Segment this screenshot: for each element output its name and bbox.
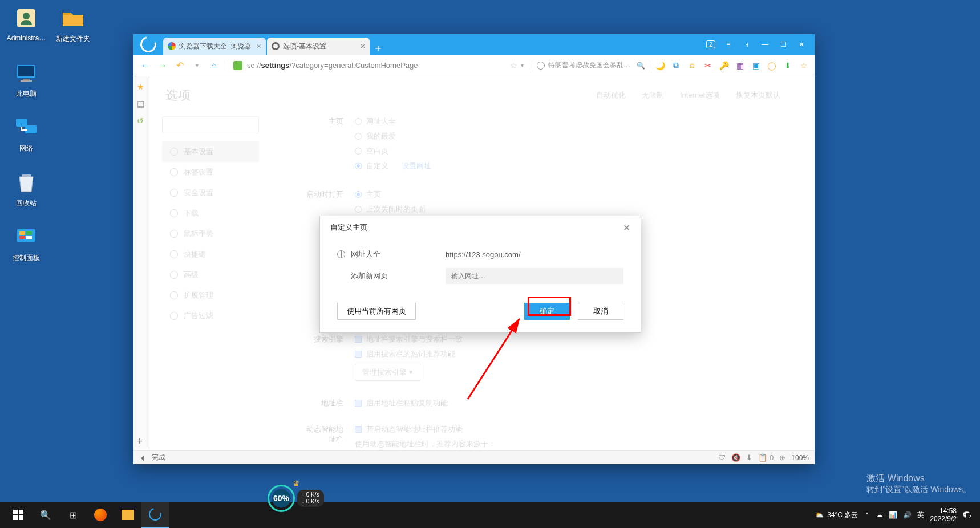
add-panel-icon[interactable]: + xyxy=(137,436,146,445)
dialog-close-icon[interactable]: ✕ xyxy=(623,222,630,233)
addr-dropdown[interactable]: ▾ xyxy=(521,62,524,68)
sidebar-item-ext[interactable]: 扩展管理 xyxy=(162,285,259,306)
speed-widget[interactable]: ♛ 60% ↑ 0 K/s ↓ 0 K/s xyxy=(268,485,330,512)
radio-opt[interactable]: 网址大全 xyxy=(355,116,797,127)
screen-icon[interactable]: ▣ xyxy=(751,60,761,71)
svg-rect-15 xyxy=(13,510,18,514)
tab-close-icon[interactable]: × xyxy=(361,42,365,51)
tab-count-badge[interactable]: 2 xyxy=(706,40,715,48)
radio-opt[interactable]: 自定义 设置网址 xyxy=(355,161,797,171)
svg-rect-5 xyxy=(21,80,32,82)
home-button[interactable]: ⌂ xyxy=(208,59,220,72)
sidebar-item-security[interactable]: 安全设置 xyxy=(162,182,259,203)
clock[interactable]: 14:58 2022/9/2 xyxy=(930,507,957,523)
collapse-sidebar-icon[interactable]: ⏴ xyxy=(139,454,146,462)
cancel-button[interactable]: 取消 xyxy=(578,303,623,320)
page-tab[interactable]: 恢复本页默认 xyxy=(736,90,780,100)
sidebar-item-adblock[interactable]: 广告过滤 xyxy=(162,306,259,326)
reading-list-icon[interactable]: ▤ xyxy=(137,99,146,108)
sidebar-item-tabs[interactable]: 标签设置 xyxy=(162,162,259,182)
bookmark-star-icon[interactable]: ☆ xyxy=(510,61,517,70)
taskbar-sogou[interactable] xyxy=(141,502,169,528)
task-view-button[interactable]: ⊞ xyxy=(59,502,87,528)
status-mute-icon[interactable]: 🔇 xyxy=(731,453,740,462)
new-url-input[interactable] xyxy=(446,268,623,284)
radio-opt[interactable]: 空白页 xyxy=(355,146,797,156)
menu-icon[interactable]: ≡ xyxy=(723,39,734,50)
desktop-icon-recycle[interactable]: 回收站 xyxy=(5,169,48,208)
checkbox-opt[interactable]: 启用搜索栏的热词推荐功能 xyxy=(355,349,797,359)
close-button[interactable]: ✕ xyxy=(796,39,807,50)
settings-search[interactable] xyxy=(162,116,259,133)
key-icon[interactable]: 🔑 xyxy=(719,60,729,71)
search-box[interactable]: 特朗普考虑赦免国会暴乱参与 🔍 xyxy=(537,60,645,70)
sidebar-item-advanced[interactable]: 高级 xyxy=(162,265,259,285)
shield-icon xyxy=(233,61,242,70)
tray-volume-icon[interactable]: 🔊 xyxy=(903,511,912,519)
tray-network-icon[interactable]: 📊 xyxy=(889,511,897,519)
tab-downloads[interactable]: 浏览器下载大全_浏览器 × xyxy=(163,38,266,55)
radio-opt[interactable]: 主页 xyxy=(355,189,797,200)
weather-widget[interactable]: ⛅ 34°C 多云 xyxy=(815,510,858,520)
checkbox-opt[interactable]: 开启动态智能地址栏推荐功能 xyxy=(355,424,797,434)
page-tab[interactable]: 无限制 xyxy=(642,90,664,100)
sidebar-item-shortcut[interactable]: 快捷键 xyxy=(162,244,259,265)
zoom-icon[interactable]: ⊕ xyxy=(779,453,785,462)
scissors-icon[interactable]: ✂ xyxy=(703,60,713,71)
status-shield-icon[interactable]: 🛡 xyxy=(718,453,726,462)
tab-label: 选项-基本设置 xyxy=(283,42,357,51)
taskbar-firefox[interactable] xyxy=(87,502,114,528)
forward-button[interactable]: → xyxy=(156,59,169,72)
history-icon[interactable]: ↺ xyxy=(137,116,146,125)
desktop-icon-folder[interactable]: 新建文件夹 xyxy=(51,5,95,44)
extensions-icon[interactable]: ⫞ xyxy=(742,39,752,50)
bookmark-icon[interactable]: ★ xyxy=(137,82,146,91)
search-icon[interactable]: 🔍 xyxy=(637,62,645,70)
desktop-icon-admin[interactable]: Administra… xyxy=(5,5,48,42)
desktop-icon-thispc[interactable]: 此电脑 xyxy=(5,59,48,99)
start-button[interactable] xyxy=(5,502,32,528)
status-download-icon[interactable]: ⬇ xyxy=(746,453,752,462)
back-button[interactable]: ← xyxy=(139,59,152,72)
search-button[interactable]: 🔍 xyxy=(32,502,59,528)
address-bar[interactable]: se:// settings /?category=general.Custom… xyxy=(230,58,527,73)
use-all-pages-button[interactable]: 使用当前所有网页 xyxy=(337,303,416,320)
page-tab[interactable]: Internet选项 xyxy=(680,90,720,100)
desktop-icon-control[interactable]: 控制面板 xyxy=(5,224,48,263)
sidebar-item-download[interactable]: 下载 xyxy=(162,203,259,224)
page-tab[interactable]: 自动优化 xyxy=(596,90,626,100)
undo-dropdown[interactable]: ▾ xyxy=(191,59,203,72)
tray-cloud-icon[interactable]: ☁ xyxy=(876,511,883,519)
minimize-button[interactable]: — xyxy=(760,39,770,50)
maximize-button[interactable]: ☐ xyxy=(778,39,788,50)
screenshot-icon[interactable]: ⧈ xyxy=(687,60,697,71)
undo-button[interactable]: ↶ xyxy=(173,59,186,72)
tray-chevron[interactable]: ＾ xyxy=(864,510,870,520)
ok-button[interactable]: 确定 xyxy=(524,303,570,320)
set-url-link[interactable]: 设置网址 xyxy=(402,161,431,171)
checkbox-opt[interactable]: 地址栏搜索引擎与搜索栏一致 xyxy=(355,334,797,344)
new-tab-button[interactable]: ＋ xyxy=(371,41,386,55)
grid-icon[interactable]: ▦ xyxy=(735,60,745,71)
download-icon[interactable]: ⬇ xyxy=(783,60,793,71)
notifications-icon[interactable]: 💬 xyxy=(962,511,971,519)
circle-icon[interactable]: ◯ xyxy=(767,60,777,71)
speed-percent: 60% xyxy=(268,485,295,512)
radio-opt[interactable]: 我的最爱 xyxy=(355,131,797,141)
sidebar-item-basic[interactable]: 基本设置 xyxy=(162,141,259,162)
popup-icon[interactable]: ⧉ xyxy=(671,60,681,71)
sidebar-item-gesture[interactable]: 鼠标手势 xyxy=(162,224,259,244)
tray-ime-icon[interactable]: 英 xyxy=(917,510,924,520)
status-adblock[interactable]: 📋 0 xyxy=(758,453,774,462)
sidebar-label: 鼠标手势 xyxy=(184,229,213,239)
radio-opt[interactable]: 上次关闭时的页面 xyxy=(355,204,797,214)
checkbox-opt[interactable]: 启用地址栏粘贴复制功能 xyxy=(355,398,797,408)
night-mode-icon[interactable]: 🌙 xyxy=(655,60,665,71)
manage-search-select[interactable]: 管理搜索引擎 ▾ xyxy=(355,364,420,381)
fav-star-icon[interactable]: ☆ xyxy=(799,60,809,71)
tab-settings[interactable]: 选项-基本设置 × xyxy=(267,38,370,55)
taskbar-explorer[interactable] xyxy=(114,502,141,528)
desktop-icon-network[interactable]: 网络 xyxy=(5,114,48,153)
checkbox-opt[interactable]: 使用动态智能地址栏时，推荐内容来源于： xyxy=(355,439,797,449)
tab-close-icon[interactable]: × xyxy=(257,42,261,51)
